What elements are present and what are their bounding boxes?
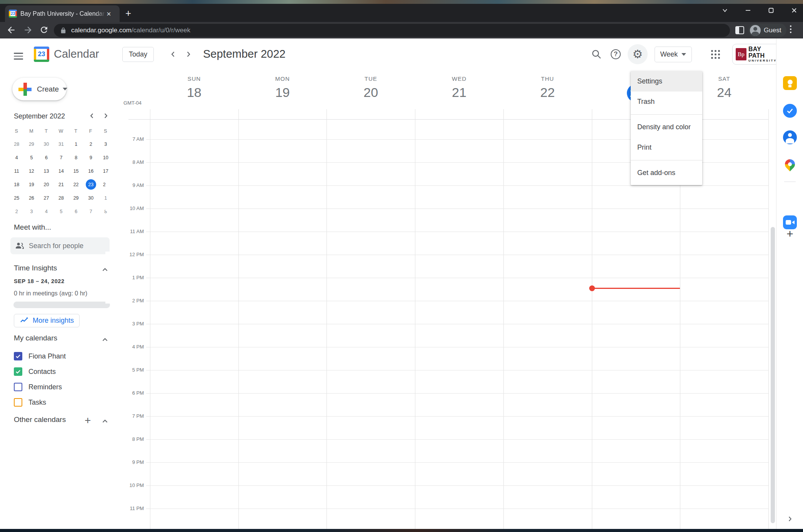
address-bar[interactable]: calendar.google.com/calendar/u/0/r/week xyxy=(54,24,730,37)
mini-calendar-day[interactable]: 6 xyxy=(68,205,83,218)
checkbox-unchecked-icon[interactable] xyxy=(14,398,22,407)
mini-calendar-day[interactable]: 3 xyxy=(24,205,39,218)
mini-calendar-day[interactable]: 14 xyxy=(54,164,69,178)
window-menu-chevron-icon[interactable] xyxy=(721,7,728,14)
day-header-thu[interactable]: THU22 xyxy=(503,74,592,101)
my-calendars-collapse-icon[interactable] xyxy=(101,335,109,344)
day-header-mon[interactable]: MON19 xyxy=(238,74,327,101)
calendar-list-item[interactable]: Reminders xyxy=(14,379,106,395)
checkbox-checked-icon[interactable] xyxy=(14,367,22,376)
mini-calendar-day[interactable]: 31 xyxy=(54,137,69,151)
mini-calendar-day[interactable]: 11 xyxy=(9,164,24,178)
mini-calendar-day[interactable]: 29 xyxy=(68,191,83,205)
checkbox-unchecked-icon[interactable] xyxy=(14,383,22,391)
mini-calendar-day[interactable]: 25 xyxy=(9,191,24,205)
add-other-calendars-icon[interactable]: + xyxy=(85,415,91,426)
help-icon[interactable]: ? xyxy=(611,49,621,59)
mini-calendar-day[interactable]: 17 xyxy=(98,164,113,178)
day-number[interactable]: 19 xyxy=(238,83,327,101)
back-button[interactable] xyxy=(6,25,16,35)
calendar-list-item[interactable]: Fiona Phant xyxy=(14,349,106,364)
new-tab-button[interactable]: + xyxy=(125,8,131,18)
forward-button[interactable] xyxy=(23,25,33,35)
mini-calendar-day[interactable]: 22 xyxy=(68,178,83,191)
day-number[interactable]: 22 xyxy=(503,83,592,101)
menu-item-density-and-color[interactable]: Density and color xyxy=(631,117,702,137)
mini-calendar-day[interactable]: 8 xyxy=(68,151,83,164)
mini-calendar-day[interactable]: 20 xyxy=(39,178,54,191)
mini-calendar-day[interactable]: 23 xyxy=(83,178,98,191)
mini-calendar-day[interactable]: 9 xyxy=(83,151,98,164)
calendar-logo-icon[interactable]: 23 xyxy=(34,47,49,62)
mini-calendar-day[interactable]: 7 xyxy=(83,205,98,218)
tab-close-icon[interactable]: × xyxy=(107,10,111,18)
mini-calendar-day[interactable]: 28 xyxy=(9,137,24,151)
mini-calendar-day[interactable]: 18 xyxy=(9,178,24,191)
mini-calendar-day[interactable]: 4 xyxy=(9,151,24,164)
mini-calendar-day[interactable]: 1 xyxy=(98,191,113,205)
calendar-list-item[interactable]: Tasks xyxy=(14,395,106,410)
day-number[interactable]: 21 xyxy=(415,83,503,101)
day-header-wed[interactable]: WED21 xyxy=(415,74,503,101)
day-header-sun[interactable]: SUN18 xyxy=(150,74,238,101)
day-number[interactable]: 18 xyxy=(150,83,238,101)
window-maximize-button[interactable] xyxy=(768,7,775,14)
mini-calendar-day[interactable]: 2 xyxy=(9,205,24,218)
settings-gear-button[interactable]: ⚙ xyxy=(628,44,648,64)
menu-item-print[interactable]: Print xyxy=(631,137,702,158)
mini-calendar-day[interactable]: 27 xyxy=(39,191,54,205)
time-insights-collapse-icon[interactable] xyxy=(101,265,109,274)
keep-icon[interactable] xyxy=(783,76,797,90)
profile-chip[interactable]: Guest xyxy=(748,23,786,37)
reload-button[interactable] xyxy=(39,25,49,35)
mini-calendar-prev-icon[interactable] xyxy=(88,112,96,120)
mini-calendar-day[interactable]: 4 xyxy=(39,205,54,218)
mini-calendar-day[interactable]: 2 xyxy=(83,137,98,151)
day-header-tue[interactable]: TUE20 xyxy=(327,74,415,101)
mini-calendar-day[interactable]: 1 xyxy=(68,137,83,151)
mini-calendar-day[interactable]: 5 xyxy=(24,151,39,164)
grid-scrollbar[interactable] xyxy=(771,227,775,523)
window-minimize-button[interactable] xyxy=(745,7,751,14)
tasks-icon[interactable] xyxy=(783,104,797,118)
mini-calendar-day[interactable]: 12 xyxy=(24,164,39,178)
mini-calendar-day[interactable]: 15 xyxy=(68,164,83,178)
google-apps-icon[interactable] xyxy=(711,50,720,59)
calendar-list-item[interactable]: Contacts xyxy=(14,364,106,379)
mini-calendar-day[interactable]: 5 xyxy=(54,205,69,218)
create-button[interactable]: Create xyxy=(12,78,67,100)
today-button[interactable]: Today xyxy=(122,47,154,62)
previous-week-icon[interactable] xyxy=(168,50,178,59)
window-close-button[interactable] xyxy=(791,7,798,14)
browser-tab[interactable]: 23 Bay Path University - Calendar - W × xyxy=(5,5,120,22)
browser-menu-icon[interactable] xyxy=(790,25,791,35)
side-panel-toggle-icon[interactable] xyxy=(735,26,744,34)
mini-calendar-day[interactable]: 21 xyxy=(54,178,69,191)
menu-item-settings[interactable]: Settings xyxy=(631,71,702,92)
side-panel-expand-icon[interactable] xyxy=(786,515,794,523)
mini-calendar-day[interactable]: 28 xyxy=(54,191,69,205)
menu-item-trash[interactable]: Trash xyxy=(631,92,702,112)
mini-calendar-day[interactable]: 7 xyxy=(54,151,69,164)
next-week-icon[interactable] xyxy=(184,50,193,59)
more-insights-button[interactable]: More insights xyxy=(14,314,80,327)
main-menu-icon[interactable] xyxy=(12,49,22,63)
mini-calendar-day[interactable]: 30 xyxy=(83,191,98,205)
side-panel-add-icon[interactable]: + xyxy=(783,227,797,241)
mini-calendar-day[interactable]: 29 xyxy=(24,137,39,151)
menu-item-get-add-ons[interactable]: Get add-ons xyxy=(631,163,702,183)
mini-calendar-day[interactable]: 19 xyxy=(24,178,39,191)
maps-icon[interactable] xyxy=(783,157,797,171)
view-selector[interactable]: Week xyxy=(655,47,692,62)
day-number[interactable]: 20 xyxy=(327,83,415,101)
mini-calendar-day[interactable]: 13 xyxy=(39,164,54,178)
mini-calendar-day[interactable]: 6 xyxy=(39,151,54,164)
checkbox-checked-icon[interactable] xyxy=(14,352,22,360)
contacts-icon[interactable] xyxy=(783,130,797,144)
mini-calendar-day[interactable]: 26 xyxy=(24,191,39,205)
mini-calendar-next-icon[interactable] xyxy=(102,112,110,120)
search-icon[interactable] xyxy=(591,49,602,60)
mini-calendar-day[interactable]: 30 xyxy=(39,137,54,151)
search-for-people-input[interactable]: Search for people xyxy=(10,237,110,254)
mini-calendar-day[interactable]: 16 xyxy=(83,164,98,178)
